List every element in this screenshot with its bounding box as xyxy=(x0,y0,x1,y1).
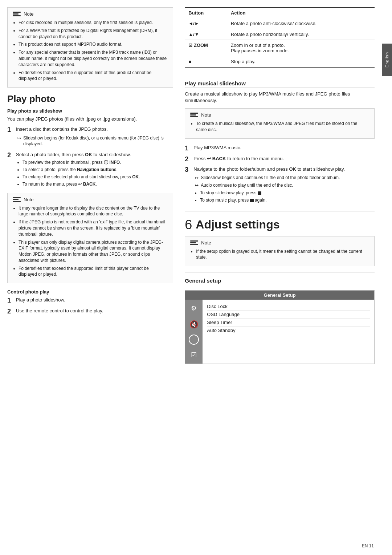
note-box-adjust: Note If the setup option is grayed out, … xyxy=(185,236,375,267)
setup-items-list: Disc Lock OSD Language Sleep Timer Auto … xyxy=(203,300,374,364)
language-tab-label: English xyxy=(385,52,389,68)
note-item: To create a musical slideshow, the MP3/W… xyxy=(196,121,369,133)
table-row: ■ Stop a play. xyxy=(185,56,375,68)
note-item: It may require longer time to display th… xyxy=(19,205,168,218)
bullet-item: To select a photo, press the Navigation … xyxy=(23,167,173,173)
musical-step-2: 2 Press ↩ BACK to return to the main men… xyxy=(185,155,375,163)
note-header-1: Note xyxy=(13,11,168,17)
step-2: 2 Select a photo folder, then press OK t… xyxy=(7,151,173,188)
action-cell: Rotate a photo anti-clockwise/ clockwise… xyxy=(227,18,375,29)
control-steps: 1 Play a photo slideshow. 2 Use the remo… xyxy=(7,297,173,315)
action-cell: Rotate a photo horizontally/ vertically. xyxy=(227,29,375,40)
play-musical-slideshow-title: Play musical slideshow xyxy=(185,80,375,88)
note-box-2: Note It may require longer time to displ… xyxy=(7,193,173,284)
sub-item: Slideshow begins and continues till the … xyxy=(193,175,375,181)
setup-menu-item[interactable]: Auto Standby xyxy=(207,327,370,334)
step-2-text: Select a photo folder, then press OK to … xyxy=(16,152,131,157)
note-item: For disc recorded in multiple sessions, … xyxy=(19,20,168,26)
note-list-adjust: If the setup option is grayed out, it me… xyxy=(190,248,369,261)
page-number: EN 11 xyxy=(362,543,374,548)
note-box-musical: Note To create a musical slideshow, the … xyxy=(185,108,375,139)
control-photo-play-title: Control photo play xyxy=(7,289,173,295)
note-label-adjust: Note xyxy=(201,240,211,246)
slideshow-intro: You can play JPEG photos (files with .jp… xyxy=(7,116,173,122)
button-cell: ⊡ ZOOM xyxy=(185,40,227,56)
button-cell: ■ xyxy=(185,56,227,68)
step-1: 1 Insert a disc that contains the JPEG p… xyxy=(7,126,173,149)
note-icon-1 xyxy=(13,12,21,16)
musical-step-3-bullets: To stop slideshow play, press . To stop … xyxy=(193,190,375,203)
note-list-1: For disc recorded in multiple sessions, … xyxy=(13,20,168,82)
control-step-1-text: Play a photo slideshow. xyxy=(16,297,173,303)
button-action-table: Button Action ◄/► Rotate a photo anti-cl… xyxy=(185,7,375,68)
speaker-icon: 🔇 xyxy=(188,319,200,330)
note-item: For any special character that is presen… xyxy=(19,49,168,68)
note-item: This product does not support MP3PRO aud… xyxy=(19,41,168,48)
setup-box: General Setup ⚙ 🔇 ☑ Disc Lock OSD Langua… xyxy=(185,290,375,364)
setup-menu-item[interactable]: Sleep Timer xyxy=(207,319,370,327)
action-cell: Zoom in or out of a photo.Play pauses in… xyxy=(227,40,375,56)
note-header-2: Note xyxy=(13,197,168,202)
note-icon-2 xyxy=(13,197,21,202)
adjust-settings-title: Adjust settings xyxy=(196,218,279,231)
col-header-action: Action xyxy=(227,8,375,18)
slideshow-steps: 1 Insert a disc that contains the JPEG p… xyxy=(7,126,173,188)
divider-3 xyxy=(185,272,375,272)
musical-step-3-text: Navigate to the photo folder/album and p… xyxy=(193,166,345,172)
note-item: If the JPEG photo is not recorded with a… xyxy=(19,219,168,237)
note-item: Folders/files that exceed the supported … xyxy=(19,70,168,82)
control-step-1: 1 Play a photo slideshow. xyxy=(7,297,173,305)
col-header-button: Button xyxy=(185,8,227,18)
play-photo-title: Play photo xyxy=(7,93,173,105)
sub-item: Slideshow begins (for Kodak disc), or a … xyxy=(16,135,173,147)
setup-menu-item[interactable]: OSD Language xyxy=(207,311,370,319)
note-item: This player can only display digital cam… xyxy=(19,239,168,264)
note-box-1: Note For disc recorded in multiple sessi… xyxy=(7,7,173,88)
button-cell: ◄/► xyxy=(185,18,227,29)
table-row: ◄/► Rotate a photo anti-clockwise/ clock… xyxy=(185,18,375,29)
action-cell: Stop a play. xyxy=(227,56,375,68)
step-1-sub: Slideshow begins (for Kodak disc), or a … xyxy=(16,135,173,147)
note-item: If the setup option is grayed out, it me… xyxy=(196,248,369,261)
chapter-number: 6 xyxy=(185,217,192,232)
bullet-item: To stop music play, press again. xyxy=(200,197,375,203)
chapter-title-row: 6 Adjust settings xyxy=(185,217,375,232)
setup-box-header: General Setup xyxy=(185,291,374,300)
musical-step-2-text: Press ↩ BACK to return to the main menu. xyxy=(193,156,284,161)
right-column: Button Action ◄/► Rotate a photo anti-cl… xyxy=(182,7,375,548)
note-item: For a WMA file that is protected by Digi… xyxy=(19,28,168,40)
table-row: ▲/▼ Rotate a photo horizontally/ vertica… xyxy=(185,29,375,40)
musical-step-1-text: Play MP3/WMA music. xyxy=(193,145,375,151)
gear-icon: ⚙ xyxy=(188,303,200,314)
bullet-item: To stop slideshow play, press . xyxy=(200,190,375,196)
musical-step-3: 3 Navigate to the photo folder/album and… xyxy=(185,166,375,204)
setup-icons: ⚙ 🔇 ☑ xyxy=(185,300,203,364)
bullet-item: To enlarge the selected photo and start … xyxy=(23,174,173,180)
step-1-text: Insert a disc that contains the JPEG pho… xyxy=(16,126,108,132)
general-setup-title: General setup xyxy=(185,278,375,285)
table-row: ⊡ ZOOM Zoom in or out of a photo.Play pa… xyxy=(185,40,375,56)
button-cell: ▲/▼ xyxy=(185,29,227,40)
note-item: Folders/files that exceed the supported … xyxy=(19,266,168,278)
divider-2 xyxy=(185,211,375,211)
slideshow-title: Play photo as slideshow xyxy=(7,108,173,114)
musical-step-3-sub: Slideshow begins and continues till the … xyxy=(193,175,375,189)
note-header-adjust: Note xyxy=(190,240,369,246)
note-list-musical: To create a musical slideshow, the MP3/W… xyxy=(190,121,369,133)
note-label-1: Note xyxy=(24,11,33,17)
setup-menu-item[interactable]: Disc Lock xyxy=(207,303,370,311)
circle-icon xyxy=(189,335,199,345)
sub-item: Audio continues to play until the end of… xyxy=(193,182,375,189)
note-icon-musical xyxy=(190,113,198,117)
check-icon: ☑ xyxy=(188,349,200,361)
musical-steps: 1 Play MP3/WMA music. 2 Press ↩ BACK to … xyxy=(185,145,375,204)
note-icon-adjust xyxy=(190,240,198,245)
note-label-musical: Note xyxy=(201,112,211,118)
control-step-2: 2 Use the remote control to control the … xyxy=(7,308,173,316)
note-header-musical: Note xyxy=(190,112,369,118)
note-label-2: Note xyxy=(24,197,33,202)
musical-slideshow-intro: Create a musical slideshow to play MP3/W… xyxy=(185,91,375,104)
step-2-bullets: To preview the photos in thumbnail, pres… xyxy=(16,159,173,187)
page-footer: EN 11 xyxy=(362,543,374,548)
note-list-2: It may require longer time to display th… xyxy=(13,205,168,278)
